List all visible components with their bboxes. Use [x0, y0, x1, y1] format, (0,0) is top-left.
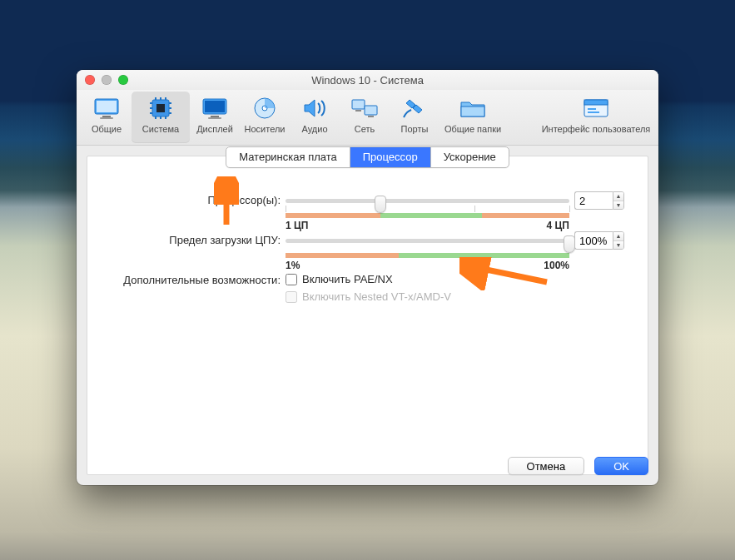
tab-motherboard[interactable]: Материнская плата	[226, 147, 350, 167]
toolbar-system[interactable]: Система	[132, 92, 190, 143]
check-label: Включить Nested VT-x/AMD-V	[302, 290, 451, 303]
toolbar-label: Интерфейс пользователя	[542, 124, 651, 134]
network-icon	[351, 95, 378, 121]
svg-rect-20	[211, 116, 219, 117]
toolbar-ports[interactable]: Порты	[390, 92, 440, 143]
label-extra: Дополнительные возможности:	[102, 271, 281, 286]
row-extra: Дополнительные возможности: Включить PAE…	[102, 271, 633, 303]
step-up-icon[interactable]: ▲	[613, 192, 623, 201]
ui-window-icon	[583, 95, 609, 121]
display-icon	[201, 95, 228, 121]
step-up-icon[interactable]: ▲	[613, 232, 623, 240]
toolbar-storage[interactable]: Носители	[240, 92, 290, 143]
svg-rect-19	[205, 101, 225, 112]
toolbar-label: Система	[142, 124, 179, 134]
minimize-icon	[102, 75, 112, 85]
svg-rect-5	[156, 104, 165, 112]
cancel-button[interactable]: Отмена	[508, 457, 585, 475]
toolbar-audio[interactable]: Аудио	[290, 92, 340, 143]
processors-input[interactable]	[574, 191, 613, 210]
toolbar-label: Носители	[245, 124, 286, 134]
scale-min: 1 ЦП	[286, 220, 308, 231]
svg-rect-2	[102, 116, 111, 117]
disk-icon	[251, 95, 278, 121]
exec-cap-stepper[interactable]: ▲▼	[574, 231, 633, 250]
step-down-icon[interactable]: ▼	[613, 240, 623, 250]
close-icon[interactable]	[85, 75, 95, 85]
row-exec-cap: Предел загрузки ЦПУ: 1% 100%	[102, 231, 633, 250]
plug-icon	[401, 95, 428, 121]
dialog-buttons: Отмена OK	[508, 457, 648, 475]
chip-icon	[147, 95, 174, 121]
toolbar-label: Общие папки	[444, 124, 501, 134]
slider-thumb[interactable]	[375, 196, 386, 213]
tab-acceleration[interactable]: Ускорение	[430, 147, 509, 167]
slider-exec-cap[interactable]: 1% 100%	[286, 231, 569, 243]
checkbox-pae[interactable]	[286, 274, 297, 285]
form: Процессор(ы):	[102, 191, 633, 303]
monitor-icon	[93, 95, 120, 121]
toolbar-user-interface[interactable]: Интерфейс пользователя	[539, 92, 653, 143]
speaker-icon	[301, 95, 328, 121]
toolbar-label: Порты	[401, 124, 429, 134]
toolbar-display[interactable]: Дисплей	[190, 92, 240, 143]
content-area: Материнская плата Процессор Ускорение Пр…	[77, 146, 658, 485]
processors-stepper[interactable]: ▲▼	[574, 191, 633, 210]
ok-button[interactable]: OK	[594, 457, 648, 475]
svg-rect-30	[584, 100, 608, 105]
tab-bar: Материнская плата Процессор Ускорение	[102, 146, 633, 168]
check-label: Включить PAE/NX	[302, 273, 393, 285]
label-processors: Процессор(ы):	[102, 191, 281, 206]
slider-processors[interactable]: 1 ЦП 4 ЦП	[286, 191, 569, 203]
svg-rect-32	[588, 112, 599, 113]
toolbar: Общие Система Д	[77, 90, 658, 146]
exec-cap-input[interactable]	[574, 231, 613, 250]
folder-icon	[459, 95, 486, 121]
svg-rect-1	[97, 101, 117, 112]
svg-rect-26	[355, 110, 361, 112]
toolbar-label: Общие	[92, 124, 122, 134]
scale-min: 1%	[286, 260, 300, 271]
toolbar-label: Дисплей	[196, 124, 233, 134]
window-title: Windows 10 - Система	[311, 74, 424, 87]
checkbox-nested	[286, 291, 297, 303]
svg-rect-28	[461, 107, 484, 116]
settings-window: Windows 10 - Система Общие	[77, 70, 658, 485]
titlebar: Windows 10 - Система	[77, 70, 658, 90]
svg-rect-3	[100, 117, 113, 119]
svg-rect-21	[208, 117, 221, 119]
settings-panel: Материнская плата Процессор Ускорение Пр…	[87, 156, 648, 475]
toolbar-shared-folders[interactable]: Общие папки	[440, 92, 506, 143]
window-controls	[85, 75, 128, 85]
toolbar-network[interactable]: Сеть	[340, 92, 390, 143]
row-processors: Процессор(ы):	[102, 191, 633, 210]
scale-max: 100%	[544, 260, 569, 271]
check-nested: Включить Nested VT-x/AMD-V	[286, 290, 569, 303]
extra-options: Включить PAE/NX Включить Nested VT-x/AMD…	[286, 273, 569, 303]
scale-max: 4 ЦП	[547, 220, 569, 231]
svg-rect-31	[588, 108, 596, 110]
toolbar-general[interactable]: Общие	[82, 92, 132, 143]
toolbar-label: Сеть	[355, 124, 375, 134]
step-down-icon[interactable]: ▼	[613, 201, 623, 210]
zoom-icon[interactable]	[118, 75, 128, 85]
label-exec-cap: Предел загрузки ЦПУ:	[102, 231, 281, 246]
svg-rect-25	[365, 106, 377, 115]
check-pae[interactable]: Включить PAE/NX	[286, 273, 569, 285]
slider-thumb[interactable]	[564, 235, 575, 253]
svg-rect-24	[352, 100, 365, 109]
toolbar-label: Аудио	[301, 124, 327, 134]
tab-processor[interactable]: Процессор	[350, 147, 430, 167]
svg-rect-27	[368, 116, 374, 117]
